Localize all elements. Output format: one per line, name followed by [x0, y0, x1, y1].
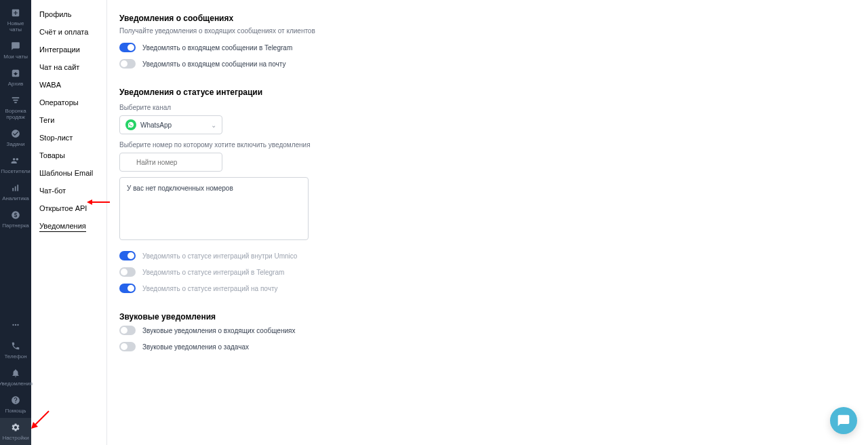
- nav-item-gear[interactable]: Настройки: [0, 418, 31, 445]
- chevron-down-icon: ⌄: [211, 121, 216, 129]
- dots-icon: [10, 320, 21, 330]
- channel-select[interactable]: WhatsApp ⌄: [119, 115, 222, 134]
- nav-label: Новые чаты: [1, 20, 30, 33]
- phone-icon: [10, 341, 21, 351]
- channel-value: WhatsApp: [140, 121, 172, 129]
- settings-menu-item[interactable]: Товары: [31, 147, 106, 164]
- toggle-row: Уведомлять о статусе интеграций на почту: [119, 284, 868, 293]
- svg-point-8: [12, 324, 14, 326]
- settings-menu-item[interactable]: Счёт и оплата: [31, 23, 106, 41]
- bars-icon: [10, 182, 21, 193]
- nav-item-funnel[interactable]: Воронка продаж: [0, 91, 31, 124]
- nav-label: Настройки: [2, 435, 28, 441]
- nav-item-check[interactable]: Задачи: [0, 124, 31, 151]
- toggle-row: Уведомлять о входящем сообщении на почту: [119, 59, 868, 69]
- toggle-switch[interactable]: [119, 267, 136, 277]
- settings-menu-item[interactable]: Stop-лист: [31, 129, 106, 147]
- settings-menu-label: Уведомления: [39, 222, 86, 232]
- settings-menu-item[interactable]: Чат-бот: [31, 182, 106, 199]
- toggle-row: Звуковые уведомления о задачах: [119, 342, 868, 351]
- toggle-label: Уведомлять о статусе интеграций в Telegr…: [142, 269, 284, 276]
- number-label: Выберите номер по которому хотите включи…: [119, 141, 868, 149]
- help-icon: [10, 395, 21, 406]
- numbers-list: У вас нет подключенных номеров: [119, 177, 309, 240]
- settings-menu-item[interactable]: WABA: [31, 76, 106, 94]
- svg-rect-0: [12, 97, 20, 98]
- toggle-switch[interactable]: [119, 326, 136, 335]
- toggle-label: Уведомлять о входящем сообщении в Telegr…: [142, 44, 292, 52]
- settings-menu-label: WABA: [39, 81, 61, 89]
- section-title: Уведомления о статусе интеграции: [119, 88, 868, 97]
- section-title: Уведомления о сообщениях: [119, 14, 868, 23]
- settings-menu-label: Товары: [39, 151, 65, 159]
- dollar-icon: $: [10, 210, 21, 220]
- toggle-label: Уведомлять о входящем сообщении на почту: [142, 60, 286, 68]
- whatsapp-icon: [125, 119, 136, 130]
- nav-label: Мои чаты: [3, 54, 28, 60]
- toggle-label: Звуковые уведомления о входящих сообщени…: [142, 327, 295, 334]
- nav-label: Посетители: [1, 168, 30, 174]
- toggle-switch[interactable]: [119, 284, 136, 293]
- settings-menu-item[interactable]: Уведомления: [31, 217, 106, 235]
- toggle-row: Звуковые уведомления о входящих сообщени…: [119, 326, 868, 335]
- nav-item-plus-box[interactable]: Новые чаты: [0, 3, 31, 37]
- nav-item-help[interactable]: Помощь: [0, 391, 31, 418]
- toggle-row: Уведомлять о входящем сообщении в Telegr…: [119, 43, 868, 52]
- section-integration: Уведомления о статусе интеграции Выберит…: [119, 88, 868, 293]
- gear-icon: [10, 422, 21, 433]
- svg-rect-5: [17, 185, 18, 191]
- nav-item-users[interactable]: Посетители: [0, 151, 31, 178]
- settings-menu-label: Теги: [39, 116, 54, 124]
- svg-rect-4: [15, 187, 16, 191]
- check-icon: [10, 128, 21, 139]
- settings-menu-item[interactable]: Шаблоны Email: [31, 164, 106, 182]
- bell-icon: [10, 368, 21, 379]
- settings-menu-label: Счёт и оплата: [39, 28, 88, 36]
- settings-menu-label: Чат-бот: [39, 187, 66, 195]
- settings-menu-item[interactable]: Профиль: [31, 5, 106, 23]
- svg-point-9: [15, 324, 16, 326]
- toggle-label: Звуковые уведомления о задачах: [142, 343, 249, 351]
- settings-menu-item[interactable]: Чат на сайт: [31, 58, 106, 76]
- left-nav: Новые чатыМои чатыАрхивВоронка продажЗад…: [0, 0, 31, 445]
- chat-icon: [837, 414, 850, 427]
- nav-item-dollar[interactable]: $Партнерка: [0, 206, 31, 233]
- section-sound: Звуковые уведомления Звуковые уведомлени…: [119, 312, 868, 351]
- toggle-switch[interactable]: [119, 43, 136, 52]
- nav-label: Архив: [8, 81, 23, 87]
- nav-label: Задачи: [7, 141, 25, 147]
- nav-label: Уведомления: [0, 381, 33, 387]
- nav-item-dots[interactable]: [0, 315, 31, 336]
- toggle-switch[interactable]: [119, 342, 136, 351]
- toggle-label: Уведомлять о статусе интеграций внутри U…: [142, 252, 297, 260]
- settings-menu-item[interactable]: Открытое API: [31, 199, 106, 217]
- number-search-input[interactable]: [119, 153, 222, 172]
- channel-label: Выберите канал: [119, 104, 868, 111]
- settings-menu-item[interactable]: Теги: [31, 111, 106, 129]
- chat-widget-button[interactable]: [830, 407, 857, 434]
- section-messages: Уведомления о сообщениях Получайте уведо…: [119, 14, 868, 69]
- svg-text:$: $: [14, 212, 18, 218]
- settings-menu-item[interactable]: Операторы: [31, 94, 106, 111]
- nav-label: Воронка продаж: [1, 108, 30, 120]
- svg-rect-1: [14, 100, 18, 101]
- nav-item-archive[interactable]: Архив: [0, 64, 31, 91]
- nav-item-bars[interactable]: Аналитика: [0, 178, 31, 206]
- settings-menu-label: Профиль: [39, 10, 72, 18]
- settings-submenu: ПрофильСчёт и оплатаИнтеграцииЧат на сай…: [31, 0, 107, 445]
- settings-menu-item[interactable]: Интеграции: [31, 41, 106, 58]
- settings-menu-label: Открытое API: [39, 204, 87, 212]
- nav-item-chat[interactable]: Мои чаты: [0, 37, 31, 64]
- settings-menu-label: Шаблоны Email: [39, 169, 93, 177]
- toggle-switch[interactable]: [119, 251, 136, 260]
- section-title: Звуковые уведомления: [119, 312, 868, 322]
- empty-state: У вас нет подключенных номеров: [127, 185, 233, 192]
- nav-label: Помощь: [5, 408, 26, 414]
- toggle-row: Уведомлять о статусе интеграций в Telegr…: [119, 267, 868, 277]
- toggle-switch[interactable]: [119, 59, 136, 69]
- nav-label: Телефон: [4, 353, 26, 360]
- funnel-icon: [10, 95, 21, 106]
- toggle-row: Уведомлять о статусе интеграций внутри U…: [119, 251, 868, 260]
- nav-item-bell[interactable]: Уведомления: [0, 364, 31, 391]
- nav-item-phone[interactable]: Телефон: [0, 336, 31, 364]
